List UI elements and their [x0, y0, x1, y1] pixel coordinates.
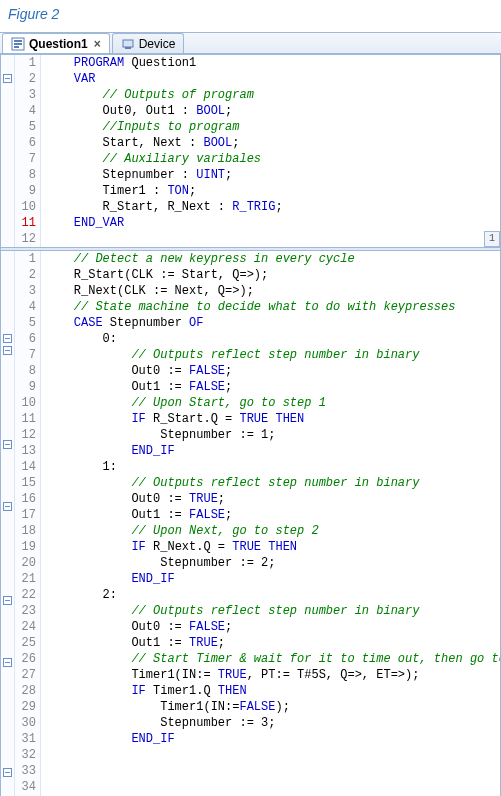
code-line[interactable]: Timer1(IN:= TRUE, PT:= T#5S, Q=>, ET=>);	[45, 667, 500, 683]
code-line[interactable]: Out1 := FALSE;	[45, 507, 500, 523]
line-number: 3	[15, 283, 36, 299]
line-number-gutter: 123456789101112	[15, 55, 41, 247]
code-line[interactable]: IF Timer1.Q THEN	[45, 683, 500, 699]
device-icon	[121, 37, 135, 51]
declaration-pane[interactable]: 123456789101112 PROGRAM Question1 VAR //…	[1, 55, 500, 247]
code-line[interactable]: Start, Next : BOOL;	[45, 135, 500, 151]
line-number: 19	[15, 539, 36, 555]
svg-rect-4	[123, 40, 133, 47]
split-indicator[interactable]: 1	[484, 231, 500, 247]
code-line[interactable]: //Inputs to program	[45, 119, 500, 135]
code-line[interactable]: END_IF	[45, 571, 500, 587]
code-line[interactable]: Stepnumber := 3;	[45, 715, 500, 731]
code-line[interactable]: IF R_Start.Q = TRUE THEN	[45, 411, 500, 427]
line-number: 25	[15, 635, 36, 651]
code-line[interactable]: PROGRAM Question1	[45, 55, 500, 71]
line-number: 10	[15, 395, 36, 411]
line-number: 5	[15, 315, 36, 331]
code-line[interactable]: Timer1(IN:=FALSE);	[45, 699, 500, 715]
code-line[interactable]: Stepnumber := 2;	[45, 555, 500, 571]
code-line[interactable]: // State machine to decide what to do wi…	[45, 299, 500, 315]
line-number: 23	[15, 603, 36, 619]
fold-toggle-icon[interactable]	[3, 596, 12, 605]
line-number: 15	[15, 475, 36, 491]
body-pane[interactable]: 1234567891011121314151617181920212223242…	[1, 251, 500, 796]
code-line[interactable]: END_IF	[45, 443, 500, 459]
svg-rect-5	[125, 47, 131, 49]
close-icon[interactable]: ×	[94, 37, 101, 51]
code-line[interactable]: R_Start, R_Next : R_TRIG;	[45, 199, 500, 215]
line-number: 32	[15, 747, 36, 763]
code-line[interactable]: // Outputs of program	[45, 87, 500, 103]
code-line[interactable]: Out0 := TRUE;	[45, 491, 500, 507]
fold-toggle-icon[interactable]	[3, 502, 12, 511]
line-number: 20	[15, 555, 36, 571]
line-number: 22	[15, 587, 36, 603]
fold-toggle-icon[interactable]	[3, 440, 12, 449]
code-line[interactable]: R_Next(CLK := Next, Q=>);	[45, 283, 500, 299]
line-number: 24	[15, 619, 36, 635]
line-number: 27	[15, 667, 36, 683]
code-line[interactable]: END_VAR	[45, 215, 500, 231]
line-number: 9	[15, 183, 36, 199]
code-line[interactable]: // Outputs reflect step number in binary	[45, 475, 500, 491]
code-line[interactable]: // Upon Next, go to step 2	[45, 523, 500, 539]
code-line[interactable]: // Upon Start, go to step 1	[45, 395, 500, 411]
code-line[interactable]: // Start Timer & wait for it to time out…	[45, 651, 500, 667]
line-number: 3	[15, 87, 36, 103]
tab-label: Question1	[29, 37, 88, 51]
code-line[interactable]: Out0 := FALSE;	[45, 619, 500, 635]
code-line[interactable]: // Outputs reflect step number in binary	[45, 603, 500, 619]
code-line[interactable]: Timer1 : TON;	[45, 183, 500, 199]
fold-toggle-icon[interactable]	[3, 768, 12, 777]
line-number: 4	[15, 299, 36, 315]
tab-bar: Question1 × Device	[0, 32, 501, 54]
line-number: 1	[15, 55, 36, 71]
code-line[interactable]: // Detect a new keypress in every cycle	[45, 251, 500, 267]
fold-gutter[interactable]	[1, 251, 15, 796]
code-line[interactable]: CASE Stepnumber OF	[45, 315, 500, 331]
editor: 123456789101112 PROGRAM Question1 VAR //…	[0, 54, 501, 796]
line-number: 5	[15, 119, 36, 135]
code-line[interactable]: 2:	[45, 587, 500, 603]
code-line[interactable]: Out1 := TRUE;	[45, 635, 500, 651]
code-text[interactable]: PROGRAM Question1 VAR // Outputs of prog…	[41, 55, 500, 247]
line-number: 11	[15, 411, 36, 427]
line-number: 26	[15, 651, 36, 667]
line-number: 18	[15, 523, 36, 539]
code-line[interactable]: Stepnumber : UINT;	[45, 167, 500, 183]
line-number: 29	[15, 699, 36, 715]
line-number-gutter: 1234567891011121314151617181920212223242…	[15, 251, 41, 796]
code-text[interactable]: // Detect a new keypress in every cycle …	[41, 251, 500, 796]
line-number: 7	[15, 347, 36, 363]
code-line[interactable]: END_IF	[45, 731, 500, 747]
fold-toggle-icon[interactable]	[3, 658, 12, 667]
code-line[interactable]: // Auxiliary varibales	[45, 151, 500, 167]
code-line[interactable]: // Outputs reflect step number in binary	[45, 347, 500, 363]
code-line[interactable]: 1:	[45, 459, 500, 475]
code-line[interactable]: Stepnumber := 1;	[45, 427, 500, 443]
line-number: 4	[15, 103, 36, 119]
line-number: 13	[15, 443, 36, 459]
tab-question1[interactable]: Question1 ×	[2, 33, 110, 53]
code-line[interactable]: R_Start(CLK := Start, Q=>);	[45, 267, 500, 283]
fold-toggle-icon[interactable]	[3, 346, 12, 355]
line-number: 16	[15, 491, 36, 507]
line-number: 33	[15, 763, 36, 779]
svg-rect-2	[14, 43, 22, 45]
svg-rect-3	[14, 46, 19, 48]
line-number: 10	[15, 199, 36, 215]
code-line[interactable]: 0:	[45, 331, 500, 347]
fold-gutter[interactable]	[1, 55, 15, 247]
fold-toggle-icon[interactable]	[3, 74, 12, 83]
fold-toggle-icon[interactable]	[3, 334, 12, 343]
tab-device[interactable]: Device	[112, 33, 185, 53]
code-line[interactable]: IF R_Next.Q = TRUE THEN	[45, 539, 500, 555]
code-line[interactable]: VAR	[45, 71, 500, 87]
line-number: 12	[15, 231, 36, 247]
code-line[interactable]: Out1 := FALSE;	[45, 379, 500, 395]
code-line[interactable]: Out0, Out1 : BOOL;	[45, 103, 500, 119]
line-number: 2	[15, 267, 36, 283]
line-number: 7	[15, 151, 36, 167]
code-line[interactable]: Out0 := FALSE;	[45, 363, 500, 379]
